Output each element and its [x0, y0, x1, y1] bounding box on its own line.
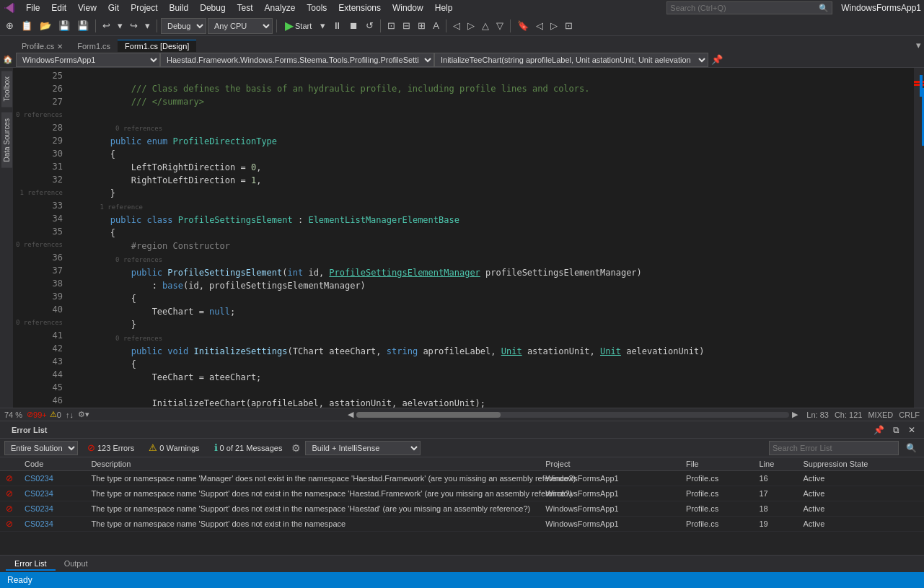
filter-dropdown[interactable]: ▾ — [85, 410, 89, 419]
col-file[interactable]: File — [680, 457, 754, 471]
panel-close-button[interactable]: ✕ — [905, 424, 918, 436]
menu-test[interactable]: Test — [232, 1, 259, 14]
search-icon-btn[interactable]: 🔍 — [903, 442, 920, 454]
ch-indicator: Ch: 121 — [835, 411, 863, 419]
bookmark-toggle[interactable]: ⊡ — [562, 19, 576, 32]
redo-dropdown-button[interactable]: ▾ — [142, 19, 153, 32]
menu-build[interactable]: Build — [164, 1, 195, 14]
add-item-button[interactable]: 📋 — [18, 19, 35, 32]
panel-pin-button[interactable]: 📌 — [871, 424, 887, 436]
misc-btn-2[interactable]: ⊟ — [400, 19, 413, 32]
toolbox-tab[interactable]: Toolbox — [1, 71, 12, 107]
code-editor[interactable]: /// Class defines the basis of an hydrau… — [69, 68, 914, 408]
col-line[interactable]: Line — [753, 457, 797, 471]
start-dropdown-button[interactable]: ▾ — [317, 19, 328, 32]
stop-button[interactable]: ⏹ — [346, 19, 361, 32]
data-sources-tab[interactable]: Data Sources — [1, 113, 12, 168]
menu-git[interactable]: Git — [102, 1, 125, 14]
tab-error-list[interactable]: Error List — [6, 558, 56, 571]
col-project[interactable]: Project — [540, 457, 680, 471]
messages-badge[interactable]: ℹ 0 of 21 Messages — [209, 440, 288, 455]
error-project-1: WindowsFormsApp1 — [540, 486, 680, 501]
error-code-2[interactable]: CS0234 — [25, 504, 53, 513]
nav-bar: 🏠 WindowsFormsApp1 Haestad.Framework.Win… — [0, 52, 924, 68]
menu-view[interactable]: View — [72, 1, 102, 14]
ln-indicator: Ln: 83 — [806, 411, 829, 419]
menu-analyze[interactable]: Analyze — [259, 1, 302, 14]
menu-debug[interactable]: Debug — [194, 1, 231, 14]
col-suppression[interactable]: Suppression State — [797, 457, 924, 471]
settings-icon[interactable]: ⚙ — [291, 442, 301, 454]
right-scrollbar[interactable] — [914, 68, 924, 408]
table-row[interactable]: ⊘ CS0234 The type or namespace name 'Sup… — [0, 501, 924, 517]
undo-dropdown-button[interactable]: ▾ — [115, 19, 126, 32]
menu-help[interactable]: Help — [429, 1, 459, 14]
nav-btn-4[interactable]: ▽ — [493, 19, 506, 32]
horizontal-scrollbar[interactable] — [356, 412, 789, 418]
error-code-1[interactable]: CS0234 — [25, 489, 53, 498]
errors-badge[interactable]: ⊘ 123 Errors — [82, 440, 139, 455]
new-project-button[interactable]: ⊕ — [3, 19, 17, 32]
error-code-3[interactable]: CS0234 — [25, 519, 53, 528]
tab-output[interactable]: Output — [56, 558, 97, 571]
nav-method-dropdown[interactable]: InitializeTeeChart(string aprofileLabel,… — [434, 53, 708, 67]
pin-icon[interactable]: 📌 — [708, 53, 726, 66]
config-dropdown[interactable]: Debug — [161, 18, 206, 34]
scroll-right-icon[interactable]: ▶ — [792, 410, 798, 419]
tab-form1-design[interactable]: Form1.cs [Design] — [118, 40, 196, 52]
menu-edit[interactable]: Edit — [45, 1, 72, 14]
search-input[interactable] — [670, 4, 819, 12]
col-description[interactable]: Description — [85, 457, 540, 471]
member-nav-dropdown[interactable]: Haestad.Framework.Windows.Forms.Steema.T… — [160, 53, 434, 67]
tab-form1-cs[interactable]: Form1.cs — [70, 40, 118, 52]
menu-extensions[interactable]: Extensions — [333, 1, 387, 14]
errors-count-label: 123 Errors — [97, 444, 134, 452]
bookmark-prev[interactable]: ◁ — [533, 19, 546, 32]
pause-button[interactable]: ⏸ — [330, 19, 345, 32]
tabs-row: Profile.cs ✕ Form1.cs Form1.cs [Design] … — [0, 36, 924, 52]
error-scope-dropdown[interactable]: Entire Solution — [4, 441, 78, 455]
table-row[interactable]: ⊘ CS0234 The type or namespace name 'Sup… — [0, 517, 924, 532]
start-button[interactable]: ▶ Start — [281, 17, 316, 34]
open-button[interactable]: 📂 — [37, 19, 54, 32]
tab-scroll-right[interactable]: ▾ — [913, 38, 924, 52]
misc-btn-3[interactable]: ⊞ — [415, 19, 428, 32]
nav-btn-2[interactable]: ▷ — [465, 19, 478, 32]
nav-btn-3[interactable]: △ — [479, 19, 492, 32]
nav-btn-1[interactable]: ◁ — [450, 19, 463, 32]
warnings-badge[interactable]: ⚠ 0 Warnings — [144, 440, 204, 455]
error-search-input[interactable] — [769, 441, 899, 455]
col-icon[interactable] — [0, 457, 19, 471]
error-code-0[interactable]: CS0234 — [25, 474, 53, 483]
platform-dropdown[interactable]: Any CPU — [208, 18, 273, 34]
undo-button[interactable]: ↩ — [100, 19, 113, 32]
bookmark-next[interactable]: ▷ — [547, 19, 560, 32]
filter-icon[interactable]: ⚙ — [78, 410, 85, 419]
build-filter-dropdown[interactable]: Build + IntelliSense — [305, 441, 421, 455]
menu-window[interactable]: Window — [387, 1, 429, 14]
table-row[interactable]: ⊘ CS0234 The type or namespace name 'Sup… — [0, 486, 924, 501]
bookmark-btn[interactable]: 🔖 — [514, 19, 532, 32]
menu-project[interactable]: Project — [125, 1, 163, 14]
tab-profile-close[interactable]: ✕ — [57, 43, 63, 51]
table-row[interactable]: ⊘ CS0234 The type or namespace name 'Man… — [0, 471, 924, 486]
scroll-left-icon[interactable]: ◀ — [348, 410, 353, 419]
nav-down-icon[interactable]: ↓ — [69, 411, 74, 419]
file-nav-dropdown[interactable]: WindowsFormsApp1 — [16, 53, 160, 67]
save-all-button[interactable]: 💾 — [74, 19, 92, 32]
misc-btn-1[interactable]: ⊡ — [384, 19, 398, 32]
error-desc-2: The type or namespace name 'Support' doe… — [85, 501, 540, 517]
misc-btn-4[interactable]: A — [430, 19, 442, 32]
redo-button[interactable]: ↪ — [127, 19, 141, 32]
toolbar: ⊕ 📋 📂 💾 💾 ↩ ▾ ↪ ▾ Debug Any CPU ▶ Start … — [0, 16, 924, 36]
panel-header: Error List 📌 ⧉ ✕ — [0, 421, 924, 439]
col-code[interactable]: Code — [19, 457, 85, 471]
messages-count-label: 0 of 21 Messages — [220, 444, 283, 452]
tab-profile-cs[interactable]: Profile.cs ✕ — [14, 40, 70, 52]
menu-file[interactable]: File — [20, 1, 45, 14]
search-bar[interactable]: 🔍 — [666, 1, 832, 14]
panel-float-button[interactable]: ⧉ — [890, 424, 902, 436]
menu-tools[interactable]: Tools — [301, 1, 333, 14]
restart-button[interactable]: ↺ — [363, 19, 377, 32]
save-button[interactable]: 💾 — [56, 19, 73, 32]
